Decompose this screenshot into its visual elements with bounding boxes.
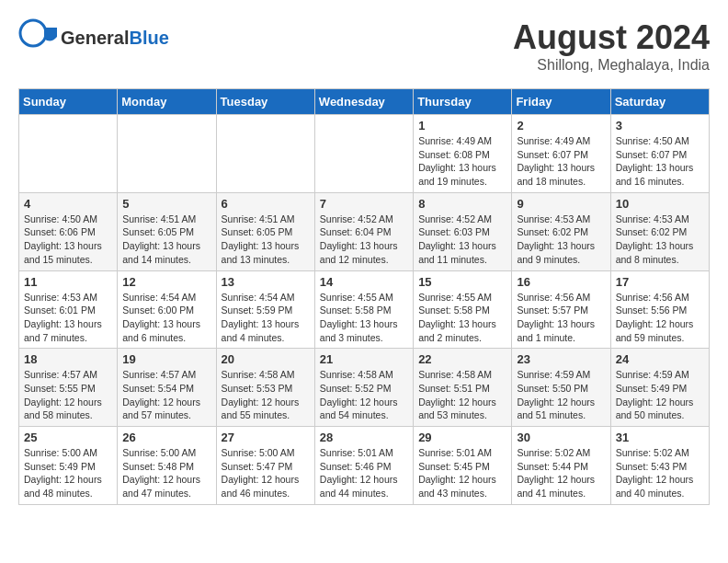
day-info: Sunrise: 4:52 AM Sunset: 6:04 PM Dayligh… <box>320 213 408 267</box>
day-info: Sunrise: 4:54 AM Sunset: 6:00 PM Dayligh… <box>122 291 210 345</box>
calendar-cell: 2Sunrise: 4:49 AM Sunset: 6:07 PM Daylig… <box>512 115 610 193</box>
day-number: 20 <box>222 352 310 366</box>
day-number: 27 <box>222 431 310 444</box>
calendar-cell: 28Sunrise: 5:01 AM Sunset: 5:46 PM Dayli… <box>314 427 413 505</box>
day-number: 26 <box>122 431 210 444</box>
calendar-header-row: SundayMondayTuesdayWednesdayThursdayFrid… <box>19 89 710 115</box>
calendar-cell: 17Sunrise: 4:56 AM Sunset: 5:56 PM Dayli… <box>610 270 709 349</box>
day-info: Sunrise: 5:00 AM Sunset: 5:49 PM Dayligh… <box>24 446 112 500</box>
weekday-header-sunday: Sunday <box>19 89 118 115</box>
day-info: Sunrise: 5:00 AM Sunset: 5:48 PM Dayligh… <box>122 446 210 500</box>
calendar-cell: 24Sunrise: 4:59 AM Sunset: 5:49 PM Dayli… <box>610 349 709 427</box>
day-info: Sunrise: 4:58 AM Sunset: 5:53 PM Dayligh… <box>222 368 310 422</box>
calendar-cell: 5Sunrise: 4:51 AM Sunset: 6:05 PM Daylig… <box>118 192 216 270</box>
calendar-table: SundayMondayTuesdayWednesdayThursdayFrid… <box>18 88 710 505</box>
calendar-cell: 27Sunrise: 5:00 AM Sunset: 5:47 PM Dayli… <box>216 427 314 505</box>
day-number: 5 <box>122 197 210 211</box>
day-info: Sunrise: 5:00 AM Sunset: 5:47 PM Dayligh… <box>222 446 310 500</box>
calendar-cell: 19Sunrise: 4:57 AM Sunset: 5:54 PM Dayli… <box>118 349 216 427</box>
calendar-cell: 21Sunrise: 4:58 AM Sunset: 5:52 PM Dayli… <box>314 349 413 427</box>
calendar-cell: 22Sunrise: 4:58 AM Sunset: 5:51 PM Dayli… <box>414 349 512 427</box>
day-info: Sunrise: 4:56 AM Sunset: 5:56 PM Dayligh… <box>616 291 704 345</box>
day-number: 12 <box>122 275 210 289</box>
calendar-cell: 4Sunrise: 4:50 AM Sunset: 6:06 PM Daylig… <box>19 192 118 270</box>
day-number: 22 <box>418 352 506 366</box>
day-info: Sunrise: 4:59 AM Sunset: 5:50 PM Dayligh… <box>517 368 605 422</box>
day-number: 28 <box>320 431 408 444</box>
weekday-header-tuesday: Tuesday <box>216 89 314 115</box>
logo-icon <box>18 18 57 57</box>
day-info: Sunrise: 5:02 AM Sunset: 5:44 PM Dayligh… <box>517 446 605 500</box>
calendar-cell: 7Sunrise: 4:52 AM Sunset: 6:04 PM Daylig… <box>314 192 413 270</box>
calendar-cell <box>19 115 118 193</box>
day-info: Sunrise: 4:51 AM Sunset: 6:05 PM Dayligh… <box>122 213 210 267</box>
day-info: Sunrise: 4:57 AM Sunset: 5:55 PM Dayligh… <box>24 368 112 422</box>
calendar-cell: 13Sunrise: 4:54 AM Sunset: 5:59 PM Dayli… <box>216 270 314 349</box>
day-number: 2 <box>517 119 605 132</box>
day-info: Sunrise: 4:55 AM Sunset: 5:58 PM Dayligh… <box>320 291 408 345</box>
calendar-week-row: 11Sunrise: 4:53 AM Sunset: 6:01 PM Dayli… <box>19 270 710 349</box>
weekday-header-thursday: Thursday <box>414 89 512 115</box>
calendar-cell: 26Sunrise: 5:00 AM Sunset: 5:48 PM Dayli… <box>118 427 216 505</box>
day-number: 15 <box>418 275 506 289</box>
calendar-cell: 20Sunrise: 4:58 AM Sunset: 5:53 PM Dayli… <box>216 349 314 427</box>
day-number: 18 <box>24 352 112 366</box>
svg-point-0 <box>20 20 46 46</box>
day-number: 4 <box>24 197 112 211</box>
calendar-week-row: 25Sunrise: 5:00 AM Sunset: 5:49 PM Dayli… <box>19 427 710 505</box>
day-info: Sunrise: 4:58 AM Sunset: 5:51 PM Dayligh… <box>418 368 506 422</box>
day-number: 7 <box>320 197 408 211</box>
calendar-cell: 6Sunrise: 4:51 AM Sunset: 6:05 PM Daylig… <box>216 192 314 270</box>
day-number: 23 <box>517 352 605 366</box>
logo: GeneralBlue <box>18 18 169 57</box>
day-info: Sunrise: 4:53 AM Sunset: 6:02 PM Dayligh… <box>517 213 605 267</box>
day-number: 13 <box>222 275 310 289</box>
logo-text: GeneralBlue <box>61 28 169 49</box>
calendar-cell: 29Sunrise: 5:01 AM Sunset: 5:45 PM Dayli… <box>414 427 512 505</box>
day-number: 16 <box>517 275 605 289</box>
day-info: Sunrise: 4:56 AM Sunset: 5:57 PM Dayligh… <box>517 291 605 345</box>
calendar-cell: 9Sunrise: 4:53 AM Sunset: 6:02 PM Daylig… <box>512 192 610 270</box>
day-info: Sunrise: 4:53 AM Sunset: 6:01 PM Dayligh… <box>24 291 112 345</box>
calendar-cell: 30Sunrise: 5:02 AM Sunset: 5:44 PM Dayli… <box>512 427 610 505</box>
location: Shillong, Meghalaya, India <box>513 57 710 74</box>
day-info: Sunrise: 4:50 AM Sunset: 6:06 PM Dayligh… <box>24 213 112 267</box>
day-info: Sunrise: 4:59 AM Sunset: 5:49 PM Dayligh… <box>616 368 704 422</box>
day-number: 25 <box>24 431 112 444</box>
calendar-week-row: 1Sunrise: 4:49 AM Sunset: 6:08 PM Daylig… <box>19 115 710 193</box>
calendar-cell: 1Sunrise: 4:49 AM Sunset: 6:08 PM Daylig… <box>414 115 512 193</box>
calendar-cell <box>118 115 216 193</box>
day-info: Sunrise: 4:52 AM Sunset: 6:03 PM Dayligh… <box>418 213 506 267</box>
calendar-cell <box>216 115 314 193</box>
weekday-header-saturday: Saturday <box>610 89 709 115</box>
day-number: 17 <box>616 275 704 289</box>
day-number: 19 <box>122 352 210 366</box>
weekday-header-monday: Monday <box>118 89 216 115</box>
day-number: 1 <box>418 119 506 132</box>
calendar-cell: 15Sunrise: 4:55 AM Sunset: 5:58 PM Dayli… <box>414 270 512 349</box>
day-number: 21 <box>320 352 408 366</box>
day-info: Sunrise: 5:01 AM Sunset: 5:45 PM Dayligh… <box>418 446 506 500</box>
day-info: Sunrise: 5:01 AM Sunset: 5:46 PM Dayligh… <box>320 446 408 500</box>
day-info: Sunrise: 4:55 AM Sunset: 5:58 PM Dayligh… <box>418 291 506 345</box>
day-info: Sunrise: 4:50 AM Sunset: 6:07 PM Dayligh… <box>616 134 704 189</box>
calendar-week-row: 4Sunrise: 4:50 AM Sunset: 6:06 PM Daylig… <box>19 192 710 270</box>
day-number: 11 <box>24 275 112 289</box>
calendar-week-row: 18Sunrise: 4:57 AM Sunset: 5:55 PM Dayli… <box>19 349 710 427</box>
day-info: Sunrise: 4:49 AM Sunset: 6:07 PM Dayligh… <box>517 134 605 189</box>
day-info: Sunrise: 4:49 AM Sunset: 6:08 PM Dayligh… <box>418 134 506 189</box>
day-number: 8 <box>418 197 506 211</box>
calendar-cell: 31Sunrise: 5:02 AM Sunset: 5:43 PM Dayli… <box>610 427 709 505</box>
calendar-cell: 14Sunrise: 4:55 AM Sunset: 5:58 PM Dayli… <box>314 270 413 349</box>
day-number: 31 <box>616 431 704 444</box>
month-year: August 2024 <box>513 18 710 57</box>
calendar-cell: 18Sunrise: 4:57 AM Sunset: 5:55 PM Dayli… <box>19 349 118 427</box>
calendar-cell: 10Sunrise: 4:53 AM Sunset: 6:02 PM Dayli… <box>610 192 709 270</box>
day-number: 6 <box>222 197 310 211</box>
day-info: Sunrise: 4:58 AM Sunset: 5:52 PM Dayligh… <box>320 368 408 422</box>
day-number: 3 <box>616 119 704 132</box>
page-header: GeneralBlue August 2024 Shillong, Meghal… <box>18 18 710 74</box>
day-number: 14 <box>320 275 408 289</box>
weekday-header-friday: Friday <box>512 89 610 115</box>
day-number: 30 <box>517 431 605 444</box>
